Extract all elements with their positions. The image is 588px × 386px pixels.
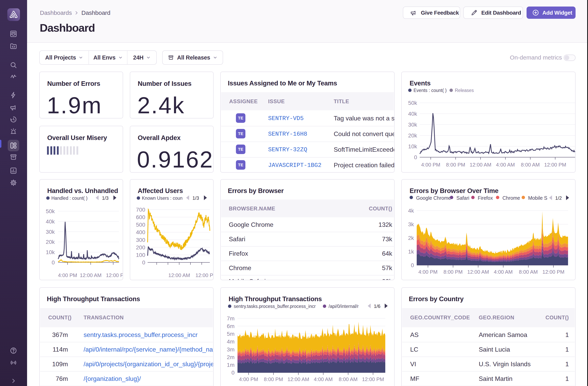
svg-text:50k: 50k [46,208,55,214]
svg-text:0: 0 [231,370,234,376]
svg-text:200: 200 [136,244,145,250]
svg-text:8:00 PM: 8:00 PM [446,162,465,168]
svg-text:1k: 1k [408,249,414,255]
svg-text:4:00 AM: 4:00 AM [314,376,333,382]
svg-text:4:00 AM: 4:00 AM [496,162,515,168]
svg-text:4:00 AM: 4:00 AM [494,269,513,275]
svg-text:300: 300 [136,237,145,243]
svg-text:50k: 50k [408,100,417,106]
svg-text:4:00 PM: 4:00 PM [239,376,258,382]
svg-text:12:00 AM: 12:00 AM [467,269,489,275]
svg-text:0: 0 [52,259,55,266]
svg-text:700: 700 [136,207,145,213]
svg-text:10k: 10k [46,249,55,255]
svg-text:600: 600 [136,214,145,220]
svg-text:0: 0 [411,262,414,268]
svg-text:12:00 AM: 12:00 AM [168,272,190,278]
svg-text:40k: 40k [408,111,417,117]
svg-text:2m: 2m [227,354,234,360]
svg-text:4m: 4m [227,339,234,345]
svg-text:8:00 AM: 8:00 AM [521,162,540,168]
svg-text:12:00 PM: 12:00 PM [362,376,384,382]
svg-text:12:00 PM: 12:00 PM [544,162,566,168]
svg-text:0: 0 [142,259,145,266]
svg-text:7m: 7m [227,316,234,321]
svg-text:12:00 AM: 12:00 AM [80,272,102,278]
svg-text:500: 500 [136,222,145,228]
svg-text:12:00 AM: 12:00 AM [470,162,491,168]
svg-text:40k: 40k [46,219,55,225]
svg-text:8:00 PM: 8:00 PM [264,376,283,382]
svg-text:20k: 20k [46,239,55,245]
svg-text:4:00 PM: 4:00 PM [58,272,77,278]
svg-text:12:00 AM: 12:00 AM [288,376,309,382]
svg-text:20k: 20k [408,133,417,139]
svg-text:2k: 2k [408,235,414,241]
svg-text:8:00 AM: 8:00 AM [519,269,538,275]
svg-text:5m: 5m [227,331,234,337]
svg-text:100: 100 [136,252,145,258]
svg-text:8:00 PM: 8:00 PM [443,269,463,275]
svg-text:30k: 30k [46,229,55,235]
svg-text:400: 400 [136,229,145,235]
svg-text:12:00 PM: 12:00 PM [542,269,564,275]
svg-text:4k: 4k [408,208,414,214]
svg-text:0: 0 [414,154,417,160]
svg-text:4:00 PM: 4:00 PM [421,162,441,168]
svg-text:30k: 30k [408,122,417,128]
svg-text:3k: 3k [408,221,414,227]
svg-text:4:00 PM: 4:00 PM [419,269,438,275]
svg-text:8:00 AM: 8:00 AM [339,376,357,382]
svg-text:12:00 P: 12:00 P [195,272,213,278]
svg-text:10k: 10k [408,143,417,150]
svg-text:1m: 1m [227,362,234,368]
svg-text:12:00 P: 12:00 P [106,272,123,278]
svg-text:6m: 6m [227,323,234,329]
svg-text:3m: 3m [227,346,234,353]
